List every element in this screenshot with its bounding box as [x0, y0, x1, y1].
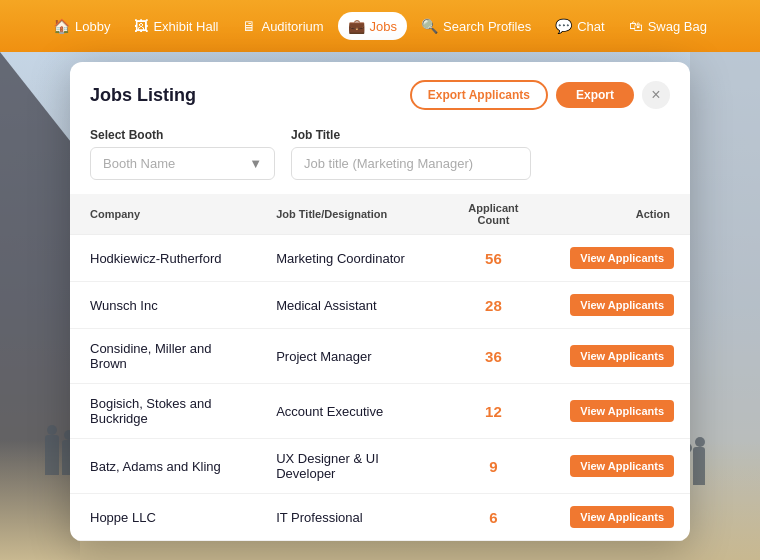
view-applicants-button[interactable]: View Applicants: [570, 506, 674, 528]
booth-filter-label: Select Booth: [90, 128, 275, 142]
jobs-table-container: Company Job Title/Designation Applicant …: [70, 194, 690, 541]
nav-label-chat: Chat: [577, 19, 604, 34]
cell-job-title: IT Professional: [256, 494, 436, 541]
nav-item-jobs[interactable]: 💼Jobs: [338, 12, 407, 40]
cell-action: View Applicants: [550, 235, 690, 282]
modal-header: Jobs Listing Export Applicants Export ×: [70, 62, 690, 120]
cell-count: 9: [437, 439, 551, 494]
nav-item-swag-bag[interactable]: 🛍Swag Bag: [619, 12, 717, 40]
cell-action: View Applicants: [550, 329, 690, 384]
cell-count: 12: [437, 384, 551, 439]
nav-item-chat[interactable]: 💬Chat: [545, 12, 614, 40]
chat-icon: 💬: [555, 18, 572, 34]
view-applicants-button[interactable]: View Applicants: [570, 400, 674, 422]
booth-filter-group: Select Booth Booth Name ▼: [90, 128, 275, 180]
nav-label-swag-bag: Swag Bag: [648, 19, 707, 34]
swag-bag-icon: 🛍: [629, 18, 643, 34]
view-applicants-button[interactable]: View Applicants: [570, 345, 674, 367]
table-body: Hodkiewicz-Rutherford Marketing Coordina…: [70, 235, 690, 541]
cell-job-title: Marketing Coordinator: [256, 235, 436, 282]
chevron-down-icon: ▼: [249, 156, 262, 171]
table-row: Bogisich, Stokes and Buckridge Account E…: [70, 384, 690, 439]
filters-row: Select Booth Booth Name ▼ Job Title: [70, 120, 690, 194]
view-applicants-button[interactable]: View Applicants: [570, 455, 674, 477]
job-title-filter-label: Job Title: [291, 128, 531, 142]
nav-item-exhibit-hall[interactable]: 🖼Exhibit Hall: [124, 12, 228, 40]
jobs-listing-modal: Jobs Listing Export Applicants Export × …: [70, 62, 690, 541]
view-applicants-button[interactable]: View Applicants: [570, 294, 674, 316]
exhibit-hall-icon: 🖼: [134, 18, 148, 34]
nav-item-auditorium[interactable]: 🖥Auditorium: [232, 12, 333, 40]
close-button[interactable]: ×: [642, 81, 670, 109]
nav-item-lobby[interactable]: 🏠Lobby: [43, 12, 120, 40]
search-profiles-icon: 🔍: [421, 18, 438, 34]
table-row: Considine, Miller and Brown Project Mana…: [70, 329, 690, 384]
view-applicants-button[interactable]: View Applicants: [570, 247, 674, 269]
nav-label-jobs: Jobs: [370, 19, 397, 34]
table-header: Company Job Title/Designation Applicant …: [70, 194, 690, 235]
nav-label-search-profiles: Search Profiles: [443, 19, 531, 34]
cell-job-title: Account Executive: [256, 384, 436, 439]
cell-company: Hoppe LLC: [70, 494, 256, 541]
auditorium-icon: 🖥: [242, 18, 256, 34]
export-button[interactable]: Export: [556, 82, 634, 108]
cell-company: Bogisich, Stokes and Buckridge: [70, 384, 256, 439]
job-title-filter-group: Job Title: [291, 128, 531, 180]
cell-count: 28: [437, 282, 551, 329]
cell-action: View Applicants: [550, 439, 690, 494]
lobby-icon: 🏠: [53, 18, 70, 34]
export-applicants-button[interactable]: Export Applicants: [410, 80, 548, 110]
cell-action: View Applicants: [550, 494, 690, 541]
cell-company: Considine, Miller and Brown: [70, 329, 256, 384]
cell-job-title: Medical Assistant: [256, 282, 436, 329]
col-action: Action: [550, 194, 690, 235]
col-company: Company: [70, 194, 256, 235]
nav-item-search-profiles[interactable]: 🔍Search Profiles: [411, 12, 541, 40]
job-title-input[interactable]: [291, 147, 531, 180]
table-row: Hoppe LLC IT Professional 6 View Applica…: [70, 494, 690, 541]
jobs-table: Company Job Title/Designation Applicant …: [70, 194, 690, 541]
cell-action: View Applicants: [550, 282, 690, 329]
modal-actions: Export Applicants Export ×: [410, 80, 670, 110]
jobs-icon: 💼: [348, 18, 365, 34]
cell-count: 56: [437, 235, 551, 282]
modal-title: Jobs Listing: [90, 85, 196, 106]
booth-select[interactable]: Booth Name ▼: [90, 147, 275, 180]
col-job-title: Job Title/Designation: [256, 194, 436, 235]
cell-count: 36: [437, 329, 551, 384]
cell-company: Hodkiewicz-Rutherford: [70, 235, 256, 282]
booth-placeholder: Booth Name: [103, 156, 175, 171]
table-row: Batz, Adams and Kling UX Designer & UI D…: [70, 439, 690, 494]
col-applicant-count: Applicant Count: [437, 194, 551, 235]
table-row: Wunsch Inc Medical Assistant 28 View App…: [70, 282, 690, 329]
nav-bar: 🏠Lobby🖼Exhibit Hall🖥Auditorium💼Jobs🔍Sear…: [0, 0, 760, 52]
cell-count: 6: [437, 494, 551, 541]
cell-company: Wunsch Inc: [70, 282, 256, 329]
cell-job-title: Project Manager: [256, 329, 436, 384]
nav-label-auditorium: Auditorium: [261, 19, 323, 34]
nav-label-lobby: Lobby: [75, 19, 110, 34]
nav-label-exhibit-hall: Exhibit Hall: [153, 19, 218, 34]
cell-job-title: UX Designer & UI Developer: [256, 439, 436, 494]
table-row: Hodkiewicz-Rutherford Marketing Coordina…: [70, 235, 690, 282]
cell-action: View Applicants: [550, 384, 690, 439]
cell-company: Batz, Adams and Kling: [70, 439, 256, 494]
modal-overlay: Jobs Listing Export Applicants Export × …: [0, 52, 760, 560]
